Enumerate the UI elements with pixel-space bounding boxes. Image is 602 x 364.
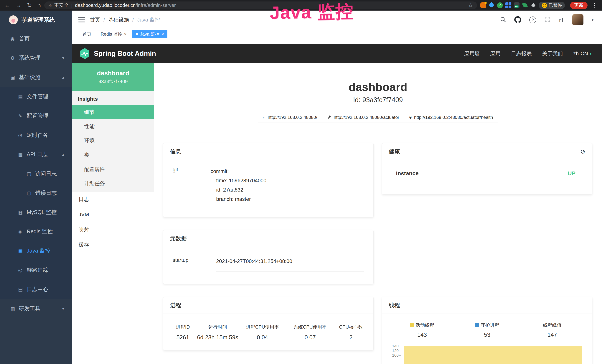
search-icon[interactable] (500, 16, 506, 23)
system-cpu-value: 0.07 (286, 334, 334, 341)
back-icon[interactable]: ← (4, 2, 10, 8)
extension-icon-blue-drop[interactable] (488, 2, 495, 8)
process-card-body: 进程ID 运行时间 进程CPU使用率 系统CPU使用率 CPU核心数 5261 … (163, 314, 373, 350)
sba-navbar: Spring Boot Admin 应用墙 应用 日志报表 关于我们 zh-CN… (72, 44, 602, 63)
sba-item-classes[interactable]: 类 (72, 148, 154, 162)
history-icon[interactable]: ↺ (580, 149, 586, 155)
metadata-key: startup (172, 257, 216, 271)
sba-brand[interactable]: Spring Boot Admin (80, 48, 156, 59)
instance-name: dashboard (97, 70, 129, 77)
sidebar-item-java-monitor[interactable]: ▣ Java 监控 (0, 241, 72, 260)
fullscreen-icon[interactable] (544, 16, 551, 23)
extension-icon-orange[interactable] (480, 2, 486, 8)
app-logo[interactable]: 芋道管理系统 (0, 11, 72, 29)
user-avatar[interactable] (572, 14, 583, 25)
sidebar-item-scheduled-jobs[interactable]: ◷ 定时任务 (0, 126, 72, 145)
browser-menu-icon[interactable]: ⋮ (592, 2, 597, 8)
locale-select[interactable]: zh-CN ▾ (573, 51, 592, 57)
github-icon[interactable] (514, 16, 521, 24)
close-icon[interactable]: × (161, 32, 164, 36)
breadcrumb-home[interactable]: 首页 (90, 16, 100, 23)
chevron-down-icon: ▾ (62, 307, 64, 311)
sba-nav-wallboard[interactable]: 应用墙 (464, 50, 480, 57)
sidebar-item-error-logs[interactable]: ▢ 错误日志 (0, 183, 72, 203)
doc-icon: ▤ (18, 287, 27, 292)
java-monitor-icon: ▣ (18, 248, 27, 254)
insights-group: Insights 细节 性能 环境 类 配置属性 计划任务 (72, 91, 154, 192)
sba-item-mappings[interactable]: 映射 (72, 222, 154, 237)
sidebar-item-redis-monitor[interactable]: ◈ Redis 监控 (0, 222, 72, 241)
chrome-update-button[interactable]: 更新 (570, 2, 588, 9)
sidebar-item-mysql-monitor[interactable]: ▦ MySQL 监控 (0, 203, 72, 222)
tab-redis-monitor[interactable]: Redis 监控 × (97, 30, 130, 38)
sidebar-item-file-management[interactable]: ▤ 文件管理 (0, 87, 72, 106)
table-icon: ▦ (18, 210, 27, 215)
help-icon[interactable]: ? (529, 17, 536, 23)
sba-nav-applications[interactable]: 应用 (490, 50, 501, 57)
sidebar-item-infrastructure[interactable]: ▣ 基础设施 ▴ (0, 68, 72, 87)
pig-logo-icon (9, 15, 18, 24)
sba-item-environment[interactable]: 环境 (72, 134, 154, 148)
instance-links: ⌂ http://192.168.0.2:48080/ http://192.1… (154, 112, 602, 123)
bookmark-star-icon[interactable]: ☆ (468, 2, 473, 9)
forward-icon[interactable]: → (16, 2, 22, 8)
metadata-card-header: 元数据 (163, 230, 373, 247)
app-sidebar: 芋道管理系统 ◉ 首页 ⚙ 系统管理 ▾ ▣ 基础设施 ▴ ▤ 文件管理 ✎ (0, 11, 72, 364)
browser-home-icon[interactable]: ⌂ (37, 2, 41, 8)
sba-sidebar: dashboard 93a3fc7f7409 Insights 细节 性能 环境… (72, 63, 154, 364)
sidebar-item-home[interactable]: ◉ 首页 (0, 29, 72, 48)
sidebar-item-config-management[interactable]: ✎ 配置管理 (0, 106, 72, 126)
link-actuator-url[interactable]: http://192.168.0.2:48080/actuator (322, 112, 404, 123)
browser-nav-buttons: ← → ↻ ⌂ (0, 2, 44, 8)
profile-paused-badge[interactable]: 已暂停 (539, 2, 565, 9)
hamburger-icon[interactable] (72, 17, 90, 23)
font-size-icon[interactable]: тT (559, 17, 564, 23)
sidebar-item-tracing[interactable]: ◎ 链路追踪 (0, 260, 72, 280)
process-card-header: 进程 (163, 297, 373, 314)
link-service-url[interactable]: ⌂ http://192.168.0.2:48080/ (258, 112, 322, 123)
gear-icon: ⚙ (10, 55, 19, 61)
sidebar-item-access-logs[interactable]: ▢ 访问日志 (0, 164, 72, 183)
doc-icon: ▢ (27, 171, 35, 177)
sba-nav-about[interactable]: 关于我们 (542, 50, 563, 57)
cpu-cores-value: 2 (334, 334, 368, 341)
extensions-cluster: ✓ on 已暂停 更新 ⋮ (477, 2, 602, 9)
extension-icon-leaf[interactable] (522, 3, 528, 8)
close-icon[interactable]: × (124, 32, 127, 36)
extension-icon-on-switch[interactable]: on (514, 2, 519, 8)
reload-icon[interactable]: ↻ (27, 2, 32, 8)
process-id-value: 5261 (169, 334, 197, 341)
sidebar-item-api-logs[interactable]: ▧ API 日志 ▴ (0, 145, 72, 164)
tab-java-monitor[interactable]: Java 监控 × (132, 30, 167, 38)
sba-item-metrics[interactable]: 性能 (72, 119, 154, 134)
breadcrumb-infrastructure[interactable]: 基础设施 (108, 16, 129, 23)
extension-icon-grid[interactable] (505, 2, 511, 8)
process-values: 5261 6d 23h 15m 59s 0.04 0.07 2 (169, 334, 368, 341)
monitor-icon: ▣ (10, 75, 19, 80)
omnibox[interactable]: ⚠ 不安全 | dashboard.yudao.iocoder.cn/infra… (44, 1, 477, 9)
extension-icon-green-check[interactable]: ✓ (497, 2, 503, 8)
link-health-url[interactable]: ♥ http://192.168.0.2:48080/actuator/heal… (404, 112, 498, 123)
sba-item-jvm[interactable]: JVM (72, 207, 154, 222)
metadata-card: 元数据 startup 2021-04-27T00:44:31.254+08:0… (163, 230, 374, 284)
sba-item-caches[interactable]: 缓存 (72, 237, 154, 253)
url-text[interactable]: dashboard.yudao.iocoder.cn/infra/admin-s… (75, 2, 176, 8)
sidebar-item-log-center[interactable]: ▤ 日志中心 (0, 280, 72, 299)
sba-item-logs[interactable]: 日志 (72, 192, 154, 207)
sidebar-item-system-management[interactable]: ⚙ 系统管理 ▾ (0, 48, 72, 68)
sba-item-details[interactable]: 细节 (72, 105, 154, 119)
tab-home[interactable]: 首页 (79, 30, 95, 38)
sidebar-menu: ◉ 首页 ⚙ 系统管理 ▾ ▣ 基础设施 ▴ ▤ 文件管理 ✎ 配置管理 (0, 29, 72, 318)
status-badge: UP (568, 170, 575, 177)
dashboard-icon: ◉ (10, 36, 19, 42)
health-row: Instance UP (396, 170, 575, 183)
sba-nav-journal[interactable]: 日志报表 (511, 50, 532, 57)
avatar-caret-icon[interactable]: ▾ (592, 18, 593, 22)
threads-card-header: 线程 (382, 297, 592, 314)
sidebar-item-dev-tools[interactable]: ▥ 研发工具 ▾ (0, 299, 72, 318)
app-header: 首页 / 基础设施 / Java 监控 ? тT ▾ (72, 11, 602, 29)
extensions-puzzle-icon[interactable] (530, 2, 536, 8)
sba-item-config-props[interactable]: 配置属性 (72, 162, 154, 176)
sba-item-scheduled-tasks[interactable]: 计划任务 (72, 176, 154, 191)
health-card: 健康 ↺ Instance UP (382, 143, 592, 194)
